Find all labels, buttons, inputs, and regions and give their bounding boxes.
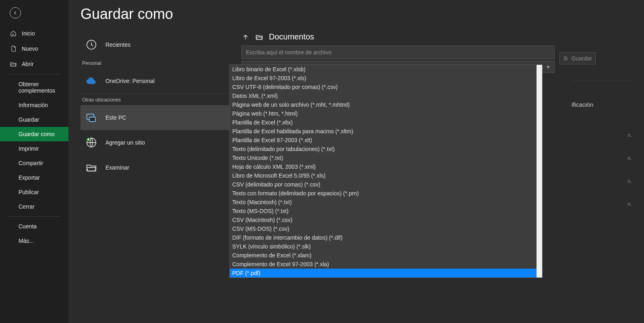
background-cell: n. — [572, 155, 632, 161]
sidebar-item-label: Exportar — [19, 174, 40, 181]
cloud-icon — [85, 74, 98, 88]
background-column: ificación n.n.n.n. — [572, 81, 632, 224]
format-option[interactable]: Texto Unicode (*.txt) — [230, 153, 537, 162]
background-cell: n. — [572, 178, 632, 184]
globe-plus-icon — [85, 136, 98, 149]
sidebar-item-nuevo[interactable]: Nuevo — [0, 41, 68, 56]
file-format-dropdown: Libro binario de Excel (*.xlsb)Libro de … — [229, 64, 543, 278]
sidebar-item-label: Guardar — [19, 116, 39, 123]
format-option[interactable]: Complemento de Excel (*.xlam) — [230, 251, 537, 260]
nav-separator — [8, 74, 60, 75]
sidebar-item-label: Inicio — [22, 30, 35, 37]
main-panel: Guardar como Recientes Personal OneDrive… — [68, 0, 644, 323]
format-option[interactable]: Texto con formato (delimitado por espaci… — [230, 189, 537, 198]
breadcrumb: Documentos — [242, 32, 632, 41]
location-add-site[interactable]: Agregar un sitio — [80, 130, 229, 155]
save-icon — [563, 55, 568, 62]
format-option[interactable]: Plantilla de Excel (*.xltx) — [230, 118, 537, 127]
sidebar-item-compartir[interactable]: Compartir — [0, 156, 68, 170]
breadcrumb-folder[interactable]: Documentos — [269, 32, 314, 41]
sidebar-item-label: Abrir — [22, 61, 34, 67]
sidebar-item-label: Obtenercomplementos — [19, 81, 55, 94]
sidebar-item-cuenta[interactable]: Cuenta — [0, 219, 68, 234]
format-option[interactable]: Plantilla de Excel 97-2003 (*.xlt) — [230, 136, 537, 145]
sidebar-item-label: Publicar — [19, 189, 39, 195]
sidebar-item-exportar[interactable]: Exportar — [0, 170, 68, 185]
location-this-pc[interactable]: Este PC — [80, 105, 229, 130]
location-recent[interactable]: Recientes — [80, 32, 229, 57]
format-option[interactable]: SYLK (vínculo simbólico) (*.slk) — [230, 242, 537, 251]
location-label: Este PC — [105, 114, 126, 121]
location-onedrive[interactable]: OneDrive: Personal — [80, 68, 229, 93]
sidebar-item-inicio[interactable]: Inicio — [0, 26, 68, 41]
format-option[interactable]: Página web de un solo archivo (*.mht, *.… — [230, 100, 537, 109]
sidebar-item-label: Información — [19, 102, 48, 108]
locations-column: Recientes Personal OneDrive: Personal Ot… — [80, 32, 229, 180]
sidebar-item-label: Guardar como — [19, 131, 54, 137]
sidebar-item-label: Compartir — [19, 160, 43, 166]
location-label: OneDrive: Personal — [105, 78, 155, 84]
chevron-down-icon: ▼ — [546, 65, 550, 69]
sidebar-item-informacion[interactable]: Información — [0, 98, 68, 112]
location-label: Agregar un sitio — [105, 139, 145, 146]
format-option[interactable]: Complemento de Excel 97-2003 (*.xla) — [230, 260, 537, 269]
save-button[interactable]: Guardar — [559, 52, 596, 64]
sidebar-item-label: Nuevo — [22, 46, 38, 52]
format-option[interactable]: Datos XML (*.xml) — [230, 91, 537, 100]
sidebar-item-label: Cerrar — [19, 203, 35, 210]
locations-section-header: Otras ubicaciones — [80, 93, 229, 105]
sidebar-item-label: Cuenta — [19, 223, 37, 230]
file-icon — [10, 45, 17, 52]
sidebar-item-label: Imprimir — [19, 145, 39, 152]
arrow-left-icon — [12, 10, 18, 16]
sidebar-item-mas[interactable]: Más... — [0, 234, 68, 248]
format-option[interactable]: Texto (delimitado por tabulaciones) (*.t… — [230, 145, 537, 153]
location-label: Examinar — [105, 164, 129, 171]
sidebar-item-guardar[interactable]: Guardar — [0, 112, 68, 127]
save-button-label: Guardar — [572, 55, 592, 62]
dropdown-scrollbar[interactable] — [537, 65, 542, 277]
back-button[interactable] — [10, 7, 21, 19]
format-option[interactable]: Texto (MS-DOS) (*.txt) — [230, 207, 537, 215]
up-arrow-icon[interactable] — [242, 33, 250, 41]
format-option[interactable]: CSV (delimitado por comas) (*.csv) — [230, 180, 537, 189]
location-label: Recientes — [105, 41, 130, 48]
sidebar-item-publicar[interactable]: Publicar — [0, 185, 68, 199]
home-icon — [10, 30, 17, 37]
sidebar-item-imprimir[interactable]: Imprimir — [0, 141, 68, 156]
location-browse[interactable]: Examinar — [80, 155, 229, 180]
sidebar-item-abrir[interactable]: Abrir — [0, 56, 68, 72]
nav-separator — [8, 216, 60, 217]
filename-input[interactable] — [242, 46, 555, 59]
this-pc-icon — [85, 111, 98, 124]
format-option[interactable]: DIF (formato de intercambio de datos) (*… — [230, 233, 537, 242]
format-option[interactable]: Página web (*.htm, *.html) — [230, 109, 537, 118]
clock-icon — [85, 38, 98, 52]
open-folder-icon[interactable] — [255, 33, 263, 41]
format-option[interactable]: Texto (Macintosh) (*.txt) — [230, 198, 537, 207]
sidebar-item-guardar-como[interactable]: Guardar como — [0, 127, 68, 141]
format-option[interactable]: PDF (*.pdf) — [230, 269, 537, 277]
background-column-header: ificación — [572, 101, 632, 108]
background-cell: n. — [572, 201, 632, 207]
page-title: Guardar como — [80, 6, 632, 23]
svg-rect-2 — [89, 117, 95, 122]
format-option[interactable]: Libro de Excel 97-2003 (*.xls) — [230, 74, 537, 83]
sidebar-item-label: Más... — [19, 238, 34, 244]
format-option[interactable]: CSV (Macintosh) (*.csv) — [230, 215, 537, 224]
open-folder-icon — [85, 161, 98, 174]
background-cell: n. — [572, 132, 632, 138]
open-folder-icon — [10, 60, 17, 68]
format-option[interactable]: Libro binario de Excel (*.xlsb) — [230, 65, 537, 74]
format-option[interactable]: Plantilla de Excel habilitada para macro… — [230, 127, 537, 136]
locations-section-header: Personal — [80, 57, 229, 68]
sidebar-item-cerrar[interactable]: Cerrar — [0, 199, 68, 214]
format-option[interactable]: CSV UTF-8 (delimitado por comas) (*.csv) — [230, 83, 537, 91]
backstage-sidebar: InicioNuevoAbrir ObtenercomplementosInfo… — [0, 0, 68, 323]
format-option[interactable]: Hoja de cálculo XML 2003 (*.xml) — [230, 162, 537, 171]
sidebar-item-complementos[interactable]: Obtenercomplementos — [0, 77, 68, 98]
format-option[interactable]: CSV (MS-DOS) (*.csv) — [230, 224, 537, 233]
format-option[interactable]: Libro de Microsoft Excel 5.0/95 (*.xls) — [230, 171, 537, 180]
